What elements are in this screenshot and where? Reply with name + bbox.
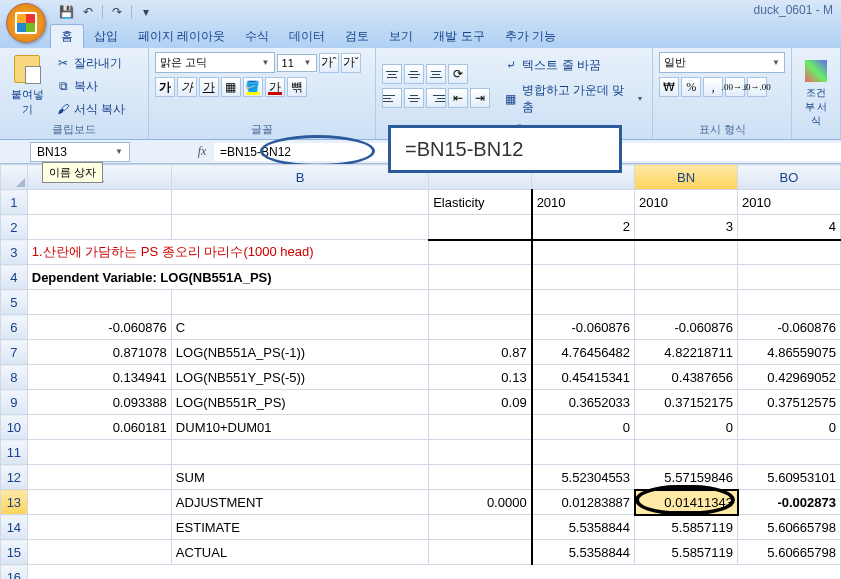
cell[interactable]: 0.4387656 bbox=[635, 365, 738, 390]
tab-추가 기능[interactable]: 추가 기능 bbox=[495, 25, 566, 48]
cell[interactable] bbox=[27, 215, 171, 240]
cell[interactable] bbox=[532, 290, 635, 315]
format-painter-button[interactable]: 🖌서식 복사 bbox=[52, 99, 129, 120]
row-header-4[interactable]: 4 bbox=[1, 265, 28, 290]
cell[interactable]: ESTIMATE bbox=[171, 515, 428, 540]
cell[interactable]: 4.82218711 bbox=[635, 340, 738, 365]
currency-button[interactable]: ₩ bbox=[659, 77, 679, 97]
row-header-16[interactable]: 16 bbox=[1, 565, 28, 580]
conditional-formatting-button[interactable]: 조건부 서식 bbox=[798, 58, 834, 130]
row-header-13[interactable]: 13 bbox=[1, 490, 28, 515]
cell[interactable]: 0.3652033 bbox=[532, 390, 635, 415]
cell[interactable]: 0.45415341 bbox=[532, 365, 635, 390]
qat-customize-icon[interactable]: ▾ bbox=[138, 4, 154, 20]
cell[interactable]: 5.5857119 bbox=[635, 540, 738, 565]
cell[interactable]: 3 bbox=[635, 215, 738, 240]
tab-수식[interactable]: 수식 bbox=[235, 25, 279, 48]
fx-button[interactable]: fx bbox=[190, 142, 214, 162]
cell[interactable]: 4.76456482 bbox=[532, 340, 635, 365]
cell[interactable] bbox=[532, 265, 635, 290]
cell[interactable] bbox=[429, 440, 532, 465]
cell[interactable] bbox=[27, 465, 171, 490]
cell[interactable]: 0.0000 bbox=[429, 490, 532, 515]
cell[interactable]: 5.52304553 bbox=[532, 465, 635, 490]
cell[interactable]: 0.13 bbox=[429, 365, 532, 390]
font-family-select[interactable]: 맑은 고딕▼ bbox=[155, 52, 275, 73]
font-color-button[interactable]: 가 bbox=[265, 77, 285, 97]
cell[interactable] bbox=[738, 240, 841, 265]
underline-button[interactable]: 가 bbox=[199, 77, 219, 97]
cell[interactable]: 0 bbox=[738, 415, 841, 440]
cell[interactable] bbox=[429, 540, 532, 565]
fill-color-button[interactable]: 🪣 bbox=[243, 77, 263, 97]
increase-decimal-button[interactable]: .00→.0 bbox=[725, 77, 745, 97]
align-left-button[interactable] bbox=[382, 88, 402, 108]
cell[interactable]: 0 bbox=[635, 415, 738, 440]
cell[interactable]: 0.42969052 bbox=[738, 365, 841, 390]
cell[interactable]: 0.87 bbox=[429, 340, 532, 365]
paste-button[interactable]: 붙여넣기 bbox=[6, 53, 48, 119]
name-box[interactable]: BN13 ▼ bbox=[30, 142, 130, 162]
cell[interactable] bbox=[27, 190, 171, 215]
row-header-11[interactable]: 11 bbox=[1, 440, 28, 465]
cell[interactable]: 2010 bbox=[738, 190, 841, 215]
cell[interactable]: LOG(NB551R_PS) bbox=[171, 390, 428, 415]
cell[interactable]: -0.060876 bbox=[738, 315, 841, 340]
cell[interactable]: 0.37512575 bbox=[738, 390, 841, 415]
cell[interactable]: 5.5358844 bbox=[532, 540, 635, 565]
cell[interactable]: 0.01283887 bbox=[532, 490, 635, 515]
cell[interactable] bbox=[27, 290, 171, 315]
cell[interactable]: -0.060876 bbox=[532, 315, 635, 340]
cell[interactable] bbox=[429, 290, 532, 315]
cell[interactable]: 5.60665798 bbox=[738, 515, 841, 540]
cell[interactable]: 0 bbox=[532, 415, 635, 440]
row-header-5[interactable]: 5 bbox=[1, 290, 28, 315]
cell[interactable] bbox=[171, 290, 428, 315]
increase-indent-button[interactable]: ⇥ bbox=[470, 88, 490, 108]
cell[interactable]: C bbox=[171, 315, 428, 340]
cell[interactable]: SUM bbox=[171, 465, 428, 490]
col-header-BN[interactable]: BN bbox=[635, 165, 738, 190]
cell[interactable]: 2010 bbox=[635, 190, 738, 215]
decrease-font-button[interactable]: 가ˇ bbox=[341, 53, 361, 73]
cell[interactable]: 0.09 bbox=[429, 390, 532, 415]
font-size-select[interactable]: 11▼ bbox=[277, 54, 317, 72]
copy-button[interactable]: ⧉복사 bbox=[52, 76, 129, 97]
cell[interactable]: 2010 bbox=[532, 190, 635, 215]
cell[interactable]: 5.5358844 bbox=[532, 515, 635, 540]
cell[interactable]: 0.01411343 bbox=[635, 490, 738, 515]
cell[interactable] bbox=[635, 290, 738, 315]
row-header-9[interactable]: 9 bbox=[1, 390, 28, 415]
decrease-decimal-button[interactable]: .0→.00 bbox=[747, 77, 767, 97]
tab-삽입[interactable]: 삽입 bbox=[84, 25, 128, 48]
cell[interactable] bbox=[429, 465, 532, 490]
row-header-8[interactable]: 8 bbox=[1, 365, 28, 390]
cell[interactable]: 0.093388 bbox=[27, 390, 171, 415]
cut-button[interactable]: ✂잘라내기 bbox=[52, 53, 129, 74]
cell[interactable] bbox=[171, 215, 428, 240]
tab-검토[interactable]: 검토 bbox=[335, 25, 379, 48]
cell[interactable]: 4.86559075 bbox=[738, 340, 841, 365]
wrap-text-button[interactable]: ⤶텍스트 줄 바꿈 bbox=[500, 55, 646, 76]
cell[interactable]: -0.002873 bbox=[738, 490, 841, 515]
cell[interactable]: Dependent Variable: LOG(NB551A_PS) bbox=[27, 265, 428, 290]
cell[interactable] bbox=[27, 490, 171, 515]
cell[interactable]: ACTUAL bbox=[171, 540, 428, 565]
cell[interactable]: 5.60953101 bbox=[738, 465, 841, 490]
cell[interactable]: Elasticity bbox=[429, 190, 532, 215]
merge-center-button[interactable]: ▦병합하고 가운데 맞춤▾ bbox=[500, 80, 646, 118]
cell[interactable] bbox=[27, 440, 171, 465]
row-header-12[interactable]: 12 bbox=[1, 465, 28, 490]
cell[interactable]: 0.37152175 bbox=[635, 390, 738, 415]
cell[interactable] bbox=[27, 515, 171, 540]
qat-save-icon[interactable]: 💾 bbox=[58, 4, 74, 20]
increase-font-button[interactable]: 가ˆ bbox=[319, 53, 339, 73]
row-header-2[interactable]: 2 bbox=[1, 215, 28, 240]
cell[interactable] bbox=[429, 415, 532, 440]
cell[interactable]: 4 bbox=[738, 215, 841, 240]
cell[interactable]: DUM10+DUM01 bbox=[171, 415, 428, 440]
select-all-button[interactable] bbox=[1, 165, 28, 190]
cell[interactable]: 0.871078 bbox=[27, 340, 171, 365]
qat-undo-icon[interactable]: ↶ bbox=[80, 4, 96, 20]
row-header-3[interactable]: 3 bbox=[1, 240, 28, 265]
